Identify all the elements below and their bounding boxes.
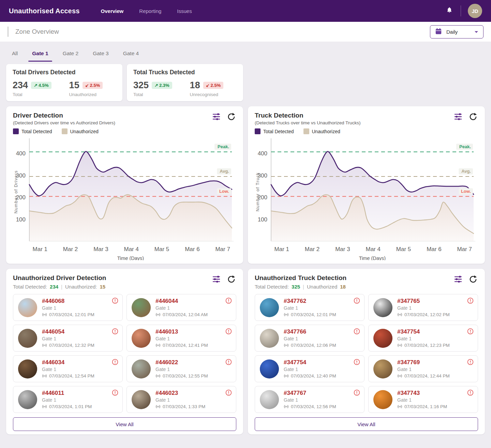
alert-icon [112,328,118,335]
alert-badge [354,359,360,365]
nav-link-overview[interactable]: Overview [101,8,124,14]
truck-photo [260,329,279,348]
stat-metric: 18↙2.5%Unrecognised [190,80,224,97]
tab-gate-2[interactable]: Gate 2 [62,50,79,57]
timestamp-text: 07/03/2024, 1:16 PM [404,404,447,410]
detection-gate: Gate 1 [397,336,450,342]
trend-down-icon: ↙ [206,83,210,88]
view-all-button[interactable]: View All [255,417,478,431]
trend-up-icon: ↗ [154,83,158,88]
chevron-down-icon [474,29,478,34]
tab-gate-1[interactable]: Gate 1 [31,50,49,57]
detection-id: #446023 [155,390,205,397]
detection-id: #446054 [42,328,94,335]
detection-id: #347743 [397,390,447,397]
trend-delta: 4.5% [39,83,49,88]
truck-detection-item[interactable]: #347765Gate 107/03/2024, 12:02 PM [368,294,478,321]
refresh-button[interactable] [468,274,478,284]
truck-detection-item[interactable]: #347743Gate 107/03/2024, 1:16 PM [368,386,478,413]
driver-detection-item[interactable]: #446044Gate 107/03/2024, 12:04 AM [127,294,236,321]
detection-item-info: #446023Gate 107/03/2024, 1:33 PM [155,390,205,410]
truck-detection-item[interactable]: #347769Gate 107/03/2024, 12:44 PM [368,355,478,382]
driver-detection-item[interactable]: #446013Gate 107/03/2024, 12:41 PM [127,325,236,352]
chart-legend: Total DetectedUnauthorized [255,128,361,134]
alert-icon [467,297,474,304]
alert-badge [112,297,118,304]
truck-detection-item[interactable]: #347766Gate 107/03/2024, 12:06 PM [255,325,364,352]
truck-detection-item[interactable]: #347762Gate 107/03/2024, 12:01 PM [255,294,364,321]
svg-text:Mar 4: Mar 4 [366,246,380,252]
tab-gate-3[interactable]: Gate 3 [92,50,109,57]
alert-badge [354,389,360,396]
svg-text:Mar 3: Mar 3 [335,246,350,252]
nav-link-reporting[interactable]: Reporting [139,8,161,14]
driver-detection-item[interactable]: #446034Gate 107/03/2024, 12:54 PM [13,355,123,382]
filter-button[interactable] [453,275,463,284]
detection-item-info: #446011Gate 107/03/2024, 1:01 PM [42,390,92,410]
signal-icon [284,374,289,378]
detection-item-info: #347765Gate 107/03/2024, 12:02 PM [397,298,450,318]
trend-badge: ↙2.5% [203,82,224,89]
chart-actions [211,112,236,122]
user-avatar[interactable]: JD [468,4,482,18]
stat-metric-label: Unrecognised [190,92,224,97]
signal-icon [397,313,402,316]
driver-detection-item[interactable]: #446023Gate 107/03/2024, 1:33 PM [127,386,236,413]
tab-all[interactable]: All [11,50,18,57]
chart-header-left: Driver Detection(Detected Drivers over t… [13,112,115,134]
truck-photo [260,359,279,379]
signal-icon [397,343,402,347]
charts-row: Driver Detection(Detected Drivers over t… [6,106,485,264]
chart-card: Driver Detection(Detected Drivers over t… [6,106,243,264]
alert-icon [354,297,360,304]
detection-item-info: #347754Gate 107/03/2024, 12:40 PM [284,359,336,379]
truck-detection-item[interactable]: #347754Gate 107/03/2024, 12:23 PM [368,325,478,352]
legend-entry: Total Detected [13,128,52,134]
view-all-button[interactable]: View All [13,417,236,431]
unauthorized-value: 18 [340,284,346,290]
detection-timestamp: 07/03/2024, 12:01 PM [284,312,336,318]
detection-id: #446068 [42,298,94,305]
svg-text:100: 100 [16,216,26,223]
svg-text:Mar 2: Mar 2 [63,246,78,252]
driver-detection-item[interactable]: #446054Gate 107/03/2024, 12:32 PM [13,325,123,352]
driver-list-header: Unauthorized Driver DetectionTotal Detec… [13,274,236,290]
filter-icon [212,275,221,283]
detection-gate: Gate 1 [397,366,450,372]
driver-list-actions [211,274,236,284]
page-header: Zone Overview Daily [0,22,491,42]
driver-detection-item[interactable]: #446068Gate 107/03/2024, 12:01 PM [13,294,123,321]
detection-id: #446022 [155,359,208,366]
refresh-button[interactable] [226,274,236,284]
detection-items-grid: #347762Gate 107/03/2024, 12:01 PM#347765… [255,294,478,413]
filter-button[interactable] [453,112,463,121]
tab-gate-4[interactable]: Gate 4 [122,50,140,57]
signal-icon-wrap [42,405,47,408]
refresh-button[interactable] [468,112,478,122]
detection-item-info: #347754Gate 107/03/2024, 12:23 PM [397,328,450,348]
calendar-icon [435,28,442,35]
nav-link-issues[interactable]: Issues [177,8,192,14]
stat-metric-top: 15↙2.5% [69,80,103,91]
detection-id: #347767 [284,390,336,397]
timestamp-text: 07/03/2024, 12:56 PM [291,404,336,410]
filter-button[interactable] [211,112,221,121]
detection-gate: Gate 1 [397,397,447,403]
truck-detection-item[interactable]: #347754Gate 107/03/2024, 12:40 PM [255,355,364,382]
filter-button[interactable] [211,275,221,284]
refresh-icon [227,112,236,121]
driver-detection-item[interactable]: #446022Gate 107/03/2024, 12:55 PM [127,355,236,382]
truck-detection-item[interactable]: #347767Gate 107/03/2024, 12:56 PM [255,386,364,413]
total-detected-value: 325 [292,284,300,290]
period-selector[interactable]: Daily [430,25,483,38]
detection-timestamp: 07/03/2024, 12:01 PM [42,312,94,318]
detection-gate: Gate 1 [284,366,336,372]
alert-badge [467,328,474,335]
trend-delta: 2.5% [211,83,221,88]
stat-metrics: 325↗2.3%Total18↙2.5%Unrecognised [133,80,237,97]
refresh-button[interactable] [226,112,236,122]
svg-text:Mar 3: Mar 3 [93,246,108,252]
detection-items-grid: #446068Gate 107/03/2024, 12:01 PM#446044… [13,294,236,413]
driver-detection-item[interactable]: #446011Gate 107/03/2024, 1:01 PM [13,386,123,413]
notifications-button[interactable] [445,6,454,16]
